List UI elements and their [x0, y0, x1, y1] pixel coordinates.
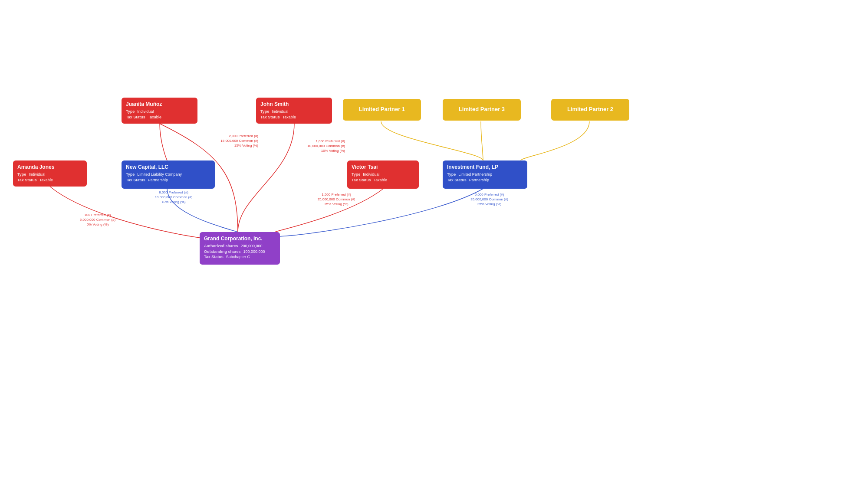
- connections-svg: [0, 0, 868, 488]
- juanita-munoz-node[interactable]: Juanita Muñoz Type Individual Tax Status…: [122, 98, 197, 124]
- edge-label-juanita-newcapital: 2,000 Preferred (#) 15,000,000 Common (#…: [197, 134, 258, 148]
- investmentfund-title: Investment Fund, LP: [447, 164, 523, 170]
- grand-corporation-node[interactable]: Grand Corporation, Inc. Authorized share…: [200, 232, 280, 265]
- edge-label-amanda-grandcorp: 100 Preferred (#) 5,000,000 Common (#) 5…: [67, 213, 128, 227]
- edge-label-newcapital-grandcorp: 8,000 Preferred (#) 10,000,000 Common (#…: [143, 190, 204, 205]
- investment-fund-node[interactable]: Investment Fund, LP Type Limited Partner…: [443, 160, 527, 189]
- amanda-jones-node[interactable]: Amanda Jones Type Individual Tax Status …: [13, 160, 87, 187]
- lp3-title: Limited Partner 3: [459, 106, 505, 112]
- grandcorp-title: Grand Corporation, Inc.: [204, 236, 276, 242]
- juanita-title: Juanita Muñoz: [126, 101, 193, 107]
- lp3-node[interactable]: Limited Partner 3: [443, 99, 521, 121]
- newcapital-title: New Capital, LLC: [126, 164, 210, 170]
- lp1-title: Limited Partner 1: [359, 106, 405, 112]
- diagram-container: Amanda Jones Type Individual Tax Status …: [0, 0, 868, 488]
- edge-label-victor-grandcorp: 1,500 Preferred (#) 25,000,000 Common (#…: [304, 192, 369, 207]
- lp2-title: Limited Partner 2: [567, 106, 613, 112]
- new-capital-node[interactable]: New Capital, LLC Type Limited Liability …: [122, 160, 215, 189]
- lp1-node[interactable]: Limited Partner 1: [343, 99, 421, 121]
- amanda-title: Amanda Jones: [17, 164, 82, 170]
- edge-label-john-grandcorp: 1,000 Preferred (#) 10,000,000 Common (#…: [289, 139, 345, 154]
- victor-title: Victor Tsai: [352, 164, 414, 170]
- john-smith-node[interactable]: John Smith Type Individual Tax Status Ta…: [256, 98, 332, 124]
- lp2-node[interactable]: Limited Partner 2: [551, 99, 629, 121]
- victor-tsai-node[interactable]: Victor Tsai Type Individual Tax Status T…: [347, 160, 419, 189]
- edge-label-investmentfund-grandcorp: 5,000 Preferred (#) 35,000,000 Common (#…: [454, 192, 525, 207]
- john-title: John Smith: [260, 101, 328, 107]
